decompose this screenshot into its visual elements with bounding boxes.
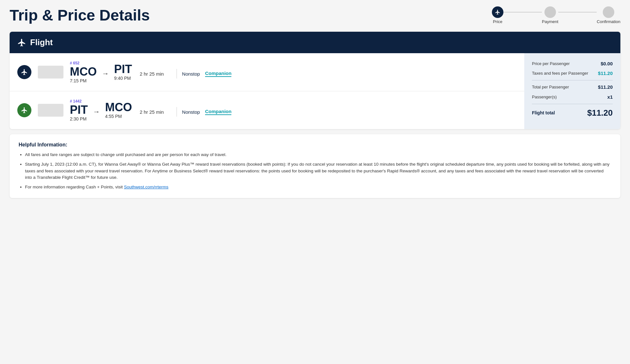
plane-icon xyxy=(495,9,501,15)
connector-2 xyxy=(558,12,597,12)
flight-1-thumbnail xyxy=(38,66,63,79)
flight-card-body: # 652 MCO 7:15 PM → PIT 9:40 PM 2 hr 25 … xyxy=(10,53,620,129)
step-payment: Payment xyxy=(542,6,558,24)
flight-1-origin-code: MCO xyxy=(70,66,97,78)
passengers-value: x1 xyxy=(607,94,613,100)
step-confirmation-label: Confirmation xyxy=(597,19,620,24)
helpful-item-2: Starting July 1, 2023 (12:00 a.m. CT), f… xyxy=(25,161,611,181)
flight-card: Flight # 652 MCO 7:15 PM → xyxy=(10,32,620,129)
price-per-passenger-label: Price per Passenger xyxy=(532,61,570,67)
flight-1-tags: Nonstop Companion xyxy=(182,70,231,77)
step-confirmation-circle xyxy=(603,6,614,18)
flight-section-title: Flight xyxy=(30,37,53,47)
flight-1-companion[interactable]: Companion xyxy=(205,70,232,77)
helpful-item-3-text: For more information regarding Cash + Po… xyxy=(25,185,123,189)
flight-1-origin-time: 7:15 PM xyxy=(70,78,97,83)
helpful-item-3: For more information regarding Cash + Po… xyxy=(25,184,611,190)
flight-1-arrow: → xyxy=(102,70,109,78)
flight-2-origin-time: 2:30 PM xyxy=(70,116,88,121)
flight-2-origin-code: PIT xyxy=(70,104,88,116)
price-per-passenger-value: $0.00 xyxy=(601,61,613,66)
step-price-label: Price xyxy=(493,19,502,24)
helpful-card: Helpful Information: All fares and fare … xyxy=(10,134,620,198)
flight-1-divider xyxy=(177,69,177,79)
taxes-fees-label: Taxes and fees per Passenger xyxy=(532,70,588,76)
flight-2-duration: 2 hr 25 min xyxy=(140,109,164,115)
page-title: Trip & Price Details xyxy=(10,6,150,24)
step-price-circle xyxy=(492,6,503,18)
pricing-section: Price per Passenger $0.00 Taxes and fees… xyxy=(524,53,620,129)
taxes-fees-value: $11.20 xyxy=(598,70,613,76)
flight-2-divider xyxy=(177,107,177,117)
flight-2-details: # 1442 PIT 2:30 PM → MCO 4:55 PM 2 hr 25… xyxy=(70,99,517,121)
flight-2-dest-time: 4:55 PM xyxy=(105,114,132,119)
rrterms-link[interactable]: Southwest.com/rrterms xyxy=(124,185,169,189)
flight-2-origin: # 1442 PIT 2:30 PM xyxy=(70,99,88,121)
helpful-item-1: All fares and fare ranges are subject to… xyxy=(25,152,611,158)
flight-2-dest: MCO 4:55 PM xyxy=(105,102,132,119)
flight-1-details: # 652 MCO 7:15 PM → PIT 9:40 PM 2 hr 25 … xyxy=(70,61,517,83)
total-per-passenger-label: Total per Passenger xyxy=(532,84,569,90)
flight-1-number: # 652 xyxy=(70,61,97,65)
price-per-passenger-row: Price per Passenger $0.00 xyxy=(532,61,613,67)
total-per-passenger-value: $11.20 xyxy=(598,84,613,90)
flight-card-header: Flight xyxy=(10,32,620,53)
flight-2-thumbnail xyxy=(38,104,63,117)
page-header: Trip & Price Details Price Payment Confi… xyxy=(10,6,620,24)
flight-total-value: $11.20 xyxy=(587,108,613,118)
flight-row-1: # 652 MCO 7:15 PM → PIT 9:40 PM 2 hr 25 … xyxy=(10,53,524,91)
flight-2-companion[interactable]: Companion xyxy=(205,109,232,115)
helpful-list: All fares and fare ranges are subject to… xyxy=(19,152,611,190)
passengers-label: Passenger(s) xyxy=(532,94,557,100)
flight-2-number: # 1442 xyxy=(70,99,88,103)
flight-header-icon xyxy=(17,38,26,47)
flight-total-label: Flight total xyxy=(532,110,555,115)
total-per-passenger-row: Total per Passenger $11.20 xyxy=(532,84,613,90)
flight-1-plane-icon xyxy=(21,69,28,76)
flights-section: # 652 MCO 7:15 PM → PIT 9:40 PM 2 hr 25 … xyxy=(10,53,524,129)
step-confirmation: Confirmation xyxy=(597,6,620,24)
flight-1-duration: 2 hr 25 min xyxy=(140,71,164,77)
step-price: Price xyxy=(492,6,503,24)
flight-1-nonstop: Nonstop xyxy=(182,71,200,77)
flight-2-arrow: → xyxy=(93,108,100,116)
helpful-title: Helpful Information: xyxy=(19,142,611,148)
flight-2-nonstop: Nonstop xyxy=(182,109,200,115)
flight-1-dest-code: PIT xyxy=(114,63,132,75)
flight-row-2: # 1442 PIT 2:30 PM → MCO 4:55 PM 2 hr 25… xyxy=(10,91,524,129)
passengers-row: Passenger(s) x1 xyxy=(532,94,613,100)
flight-2-plane-icon xyxy=(21,107,28,114)
flight-2-icon xyxy=(17,103,31,117)
price-divider-1 xyxy=(532,80,613,80)
step-payment-label: Payment xyxy=(542,19,558,24)
flight-1-origin: # 652 MCO 7:15 PM xyxy=(70,61,97,83)
price-divider-2 xyxy=(532,104,613,104)
flight-2-dest-code: MCO xyxy=(105,102,132,113)
progress-steps: Price Payment Confirmation xyxy=(492,6,620,24)
flight-1-icon xyxy=(17,65,31,79)
flight-2-tags: Nonstop Companion xyxy=(182,109,231,115)
taxes-fees-row: Taxes and fees per Passenger $11.20 xyxy=(532,70,613,76)
flight-total-row: Flight total $11.20 xyxy=(532,108,613,118)
connector-1 xyxy=(503,12,542,12)
flight-1-dest-time: 9:40 PM xyxy=(114,76,132,81)
step-payment-circle xyxy=(544,6,556,18)
flight-1-dest: PIT 9:40 PM xyxy=(114,63,132,81)
